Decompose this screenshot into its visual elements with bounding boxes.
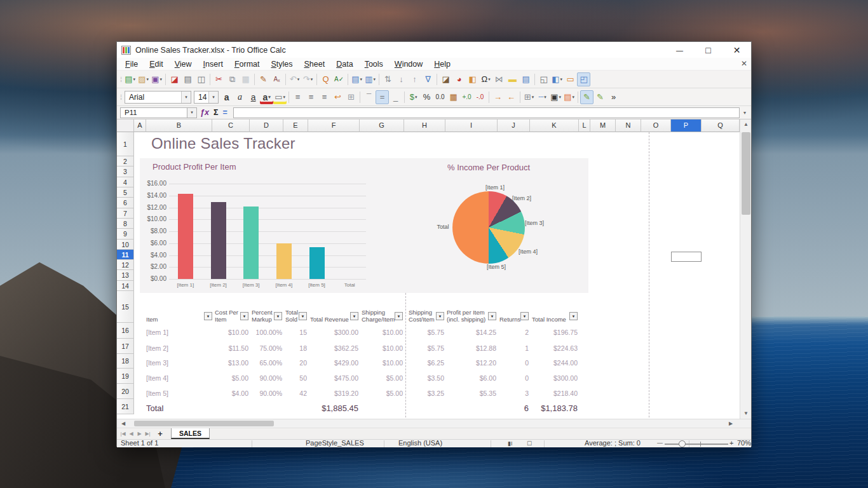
autofilter-dropdown-icon[interactable]: ▼	[436, 312, 444, 320]
menu-data[interactable]: Data	[330, 58, 358, 70]
row-header-6[interactable]: 6	[117, 198, 134, 208]
font-name-combo[interactable]: Arial▾	[125, 91, 191, 104]
last-sheet-icon[interactable]: ▶|	[144, 431, 152, 437]
open-icon[interactable]: ▨▾	[137, 72, 150, 86]
menu-sheet[interactable]: Sheet	[299, 58, 331, 70]
column-header-F[interactable]: F	[308, 119, 360, 132]
clone-formatting-left-icon[interactable]: ✎	[593, 90, 607, 104]
headers-footers-icon[interactable]: ▤	[519, 72, 532, 86]
name-box[interactable]: P11	[120, 107, 187, 118]
column-header-M[interactable]: M	[590, 119, 616, 132]
formula-bar-expand-icon[interactable]: ▾	[740, 110, 750, 116]
align-left-icon[interactable]: ≡	[291, 90, 304, 104]
highlighting-color-icon[interactable]: ▭▾	[273, 90, 287, 104]
hyperlink-icon[interactable]: ⋈	[492, 72, 506, 86]
insert-column-icon[interactable]: ▥▾	[363, 72, 377, 86]
autofilter-dropdown-icon[interactable]: ▼	[299, 312, 307, 320]
row-header-3[interactable]: 3	[117, 166, 134, 177]
zoom-level[interactable]: 70%	[737, 439, 751, 447]
zoom-out-icon[interactable]: —	[657, 439, 663, 447]
clone-formatting-icon[interactable]: ✎	[257, 72, 270, 86]
autofilter-dropdown-icon[interactable]: ▼	[274, 312, 282, 320]
document-modified-icon[interactable]: ☐	[527, 440, 532, 447]
row-header-9[interactable]: 9	[117, 229, 134, 240]
column-header-Q[interactable]: Q	[702, 119, 740, 132]
column-header-A[interactable]: A	[134, 119, 146, 132]
row-header-15[interactable]: 15	[117, 291, 134, 323]
insert-comment-icon[interactable]: ▬	[506, 72, 519, 86]
autofilter-dropdown-icon[interactable]: ▼	[204, 312, 212, 320]
menu-view[interactable]: View	[169, 58, 198, 70]
document-close-icon[interactable]: ✕	[741, 59, 747, 68]
row-header-2[interactable]: 2	[117, 156, 134, 166]
print-area-icon[interactable]: ◱	[537, 72, 550, 86]
undo-icon[interactable]: ↶▾	[288, 72, 301, 86]
print-preview-icon[interactable]: ◫	[194, 72, 208, 86]
redo-icon[interactable]: ↷▾	[301, 72, 315, 86]
borders-icon[interactable]: ⊞▾	[522, 90, 536, 104]
add-sheet-icon[interactable]: +	[154, 429, 166, 438]
currency-format-icon[interactable]: $▾	[407, 90, 420, 104]
insert-chart-icon[interactable]: ◕	[452, 72, 466, 86]
column-header-K[interactable]: K	[530, 119, 579, 132]
cut-icon[interactable]: ✂	[212, 72, 226, 86]
column-header-I[interactable]: I	[445, 119, 498, 132]
row-header-21[interactable]: 21	[117, 399, 134, 414]
horizontal-scrollbar-thumb[interactable]	[134, 421, 274, 426]
align-top-icon[interactable]: ¯	[362, 90, 376, 104]
column-header-L[interactable]: L	[579, 119, 590, 132]
bold-icon[interactable]: a	[220, 90, 233, 104]
freeze-panes-icon[interactable]: ◧▾	[550, 72, 564, 86]
autofilter-dropdown-icon[interactable]: ▼	[520, 312, 529, 320]
border-color-icon[interactable]: ▣▾	[549, 90, 562, 104]
print-icon[interactable]: ▤	[181, 72, 194, 86]
row-header-13[interactable]: 13	[117, 270, 134, 281]
column-header-B[interactable]: B	[146, 119, 212, 132]
next-sheet-icon[interactable]: ▶	[135, 431, 144, 437]
menu-window[interactable]: Window	[389, 58, 428, 70]
menu-file[interactable]: File	[119, 58, 144, 70]
close-button[interactable]: ✕	[722, 42, 751, 58]
first-sheet-icon[interactable]: |◀	[119, 431, 127, 437]
border-style-icon[interactable]: ┄▾	[536, 90, 549, 104]
menu-styles[interactable]: Styles	[265, 58, 298, 70]
column-header-N[interactable]: N	[616, 119, 641, 132]
row-header-12[interactable]: 12	[117, 260, 134, 270]
scroll-right-icon[interactable]: ▶	[726, 419, 736, 428]
date-format-icon[interactable]: ▦	[447, 90, 460, 104]
insert-row-icon[interactable]: ▤▾	[350, 72, 363, 86]
zoom-slider[interactable]	[665, 444, 728, 445]
sheet-tab-sales[interactable]: SALES	[171, 428, 210, 439]
row-header-10[interactable]: 10	[117, 240, 134, 250]
conditional-formatting-icon[interactable]: ▤▾	[562, 90, 576, 104]
scroll-left-icon[interactable]: ◀	[118, 419, 128, 428]
charts-panel[interactable]: Product Profit Per Item $0.00$2.00$4.00$…	[140, 158, 588, 293]
wrap-text-icon[interactable]: ↩	[331, 90, 344, 104]
copy-icon[interactable]: ⧉	[226, 72, 239, 86]
row-header-14[interactable]: 14	[117, 281, 134, 291]
row-header-4[interactable]: 4	[117, 177, 134, 187]
sort-icon[interactable]: ⇅	[381, 72, 395, 86]
column-header-H[interactable]: H	[404, 119, 445, 132]
percent-format-icon[interactable]: %	[420, 90, 433, 104]
add-decimal-icon[interactable]: +.0	[460, 90, 473, 104]
align-center-icon[interactable]: ≡	[304, 90, 318, 104]
clear-formatting-icon[interactable]: Aₓ	[270, 72, 283, 86]
decrease-indent-icon[interactable]: ←	[505, 90, 518, 104]
column-header-O[interactable]: O	[641, 119, 671, 132]
pivot-table-icon[interactable]: ◧	[466, 72, 479, 86]
toolbar-overflow-icon[interactable]: »	[607, 90, 620, 104]
sum-icon[interactable]: Σ	[214, 108, 219, 117]
row-header-1[interactable]: 1	[117, 132, 134, 156]
row-header-19[interactable]: 19	[117, 369, 134, 384]
formula-input[interactable]	[233, 107, 740, 118]
row-header-11[interactable]: 11	[117, 250, 134, 260]
font-color-icon[interactable]: a▾	[260, 90, 273, 104]
number-format-icon[interactable]: 0.0	[433, 90, 447, 104]
menu-edit[interactable]: Edit	[144, 58, 169, 70]
autofilter-dropdown-icon[interactable]: ▼	[350, 312, 358, 320]
autofilter-dropdown-icon[interactable]: ▼	[488, 312, 496, 320]
autofilter-dropdown-icon[interactable]: ▼	[395, 312, 403, 320]
row-header-17[interactable]: 17	[117, 339, 134, 354]
clone-formatting-right-icon[interactable]: ✎	[580, 90, 593, 104]
